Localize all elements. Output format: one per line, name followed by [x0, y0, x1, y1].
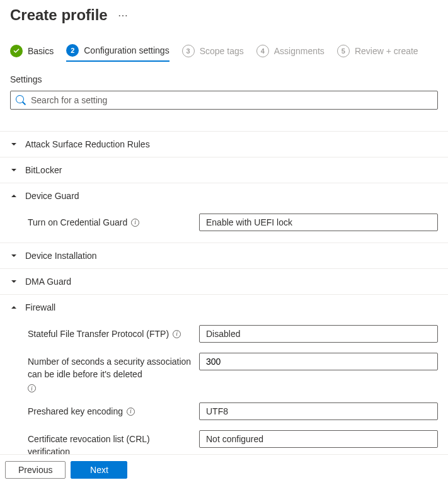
- credential-guard-dropdown[interactable]: Enable with UEFI lock: [199, 214, 438, 231]
- setting-ftp: Stateful File Transfer Protocol (FTP) i …: [0, 320, 448, 348]
- setting-credential-guard: Turn on Credential Guard i Enable with U…: [0, 208, 448, 236]
- step-scope-tags[interactable]: 3 Scope tags: [182, 45, 244, 61]
- category-label: Device Installation: [25, 251, 97, 261]
- step-number-icon: 4: [256, 45, 269, 57]
- step-number-icon: 2: [66, 44, 79, 57]
- section-title-settings: Settings: [0, 66, 448, 91]
- info-icon[interactable]: i: [131, 219, 139, 227]
- category-attack-surface-reduction[interactable]: Attack Surface Reduction Rules: [0, 132, 448, 157]
- step-label: Scope tags: [200, 46, 244, 56]
- setting-label: Turn on Credential Guard: [28, 216, 127, 229]
- chevron-down-icon: [10, 166, 18, 174]
- category-label: Firewall: [25, 302, 55, 312]
- chevron-down-icon: [10, 252, 18, 260]
- step-label: Basics: [28, 46, 54, 56]
- step-number-icon: 3: [182, 45, 195, 57]
- step-configuration-settings[interactable]: 2 Configuration settings: [66, 44, 169, 62]
- category-label: Device Guard: [25, 191, 79, 201]
- dropdown-value: Disabled: [206, 329, 240, 339]
- info-icon[interactable]: i: [28, 384, 36, 392]
- step-label: Configuration settings: [84, 45, 169, 55]
- search-input[interactable]: [26, 94, 432, 106]
- setting-label: Number of seconds a security association…: [28, 355, 192, 380]
- dropdown-value: UTF8: [206, 406, 228, 416]
- crl-dropdown[interactable]: Not configured: [199, 430, 438, 448]
- search-wrap: [10, 91, 438, 110]
- dropdown-value: Not configured: [206, 434, 263, 444]
- next-button[interactable]: Next: [71, 461, 127, 479]
- more-icon[interactable]: ⋯: [118, 9, 128, 21]
- setting-label: Preshared key encoding: [28, 405, 123, 418]
- setting-idle-seconds: Number of seconds a security association…: [0, 348, 448, 397]
- category-label: BitLocker: [25, 165, 62, 175]
- category-firewall[interactable]: Firewall: [0, 295, 448, 320]
- search-icon: [16, 95, 26, 105]
- check-icon: [10, 45, 23, 57]
- info-icon[interactable]: i: [173, 330, 181, 338]
- chevron-down-icon: [10, 278, 18, 285]
- idle-seconds-input[interactable]: [199, 353, 438, 370]
- step-review-create[interactable]: 5 Review + create: [337, 45, 418, 61]
- ftp-dropdown[interactable]: Disabled: [199, 325, 438, 343]
- preshared-key-dropdown[interactable]: UTF8: [199, 402, 438, 420]
- step-label: Review + create: [355, 46, 418, 56]
- dropdown-value: Enable with UEFI lock: [206, 217, 292, 227]
- category-label: Attack Surface Reduction Rules: [25, 139, 150, 149]
- step-label: Assignments: [274, 46, 325, 56]
- chevron-up-icon: [10, 192, 18, 200]
- categories-list: Attack Surface Reduction Rules BitLocker…: [0, 131, 448, 475]
- wizard-steps: Basics 2 Configuration settings 3 Scope …: [0, 29, 448, 66]
- info-icon[interactable]: i: [127, 408, 135, 416]
- previous-button[interactable]: Previous: [5, 461, 66, 479]
- page-title: Create profile: [10, 6, 108, 24]
- search-box[interactable]: [10, 91, 438, 110]
- setting-preshared-key-encoding: Preshared key encoding i UTF8: [0, 397, 448, 425]
- step-assignments[interactable]: 4 Assignments: [256, 45, 325, 61]
- category-device-installation[interactable]: Device Installation: [0, 243, 448, 269]
- category-label: DMA Guard: [25, 277, 71, 287]
- chevron-down-icon: [10, 140, 18, 148]
- category-bitlocker[interactable]: BitLocker: [0, 157, 448, 183]
- step-number-icon: 5: [337, 45, 350, 57]
- footer: Previous Next: [0, 454, 448, 485]
- page-header: Create profile ⋯: [0, 0, 448, 29]
- category-device-guard[interactable]: Device Guard: [0, 183, 448, 208]
- category-dma-guard[interactable]: DMA Guard: [0, 269, 448, 295]
- step-basics[interactable]: Basics: [10, 45, 54, 61]
- setting-label: Stateful File Transfer Protocol (FTP): [28, 328, 169, 340]
- chevron-up-icon: [10, 304, 18, 311]
